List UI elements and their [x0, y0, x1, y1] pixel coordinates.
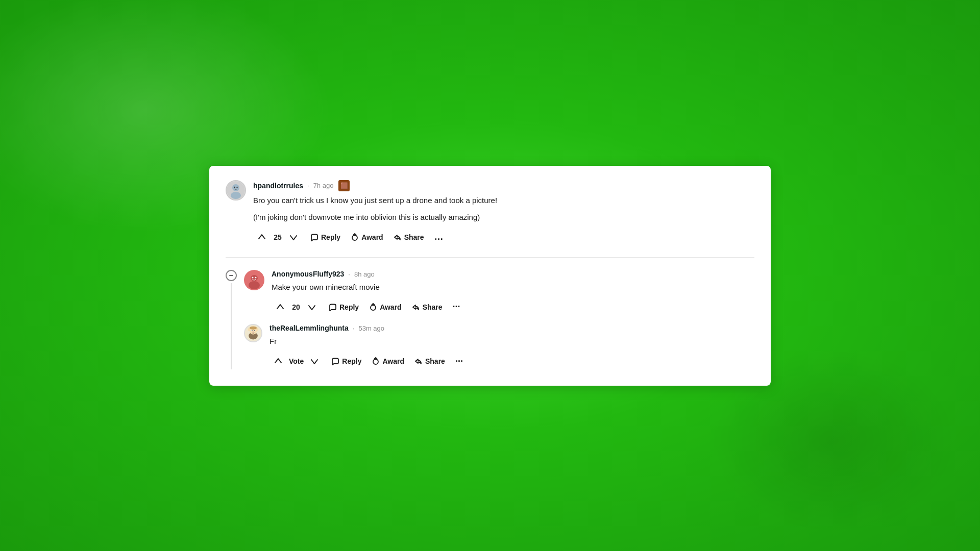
svg-point-9 [249, 281, 260, 289]
svg-point-12 [371, 305, 376, 310]
svg-point-10 [252, 277, 254, 279]
reply-button-reply-1[interactable]: Reply [327, 355, 365, 368]
svg-point-11 [255, 277, 257, 279]
timestamp-comment-1: 7h ago [313, 182, 334, 189]
svg-point-23 [250, 327, 257, 330]
reply-button-comment-1[interactable]: Reply [306, 231, 345, 244]
comments-card: hpandlotrrules · 7h ago 🟫 Bro you can't … [209, 166, 771, 386]
comment-1-meta: hpandlotrrules · 7h ago 🟫 [253, 180, 754, 191]
svg-point-5 [352, 235, 357, 240]
comment-1-body: hpandlotrrules · 7h ago 🟫 Bro you can't … [253, 180, 754, 245]
username-anonymousfluffy923: AnonymousFluffy923 [272, 270, 344, 278]
comment-2-actions: 20 Reply [272, 299, 754, 315]
avatar-hpandlotrrules [226, 180, 246, 201]
share-button-comment-1[interactable]: Share [389, 231, 428, 244]
comment-2: AnonymousFluffy923 · 8h ago Make your ow… [244, 270, 754, 315]
reply-1-text: Fr [270, 335, 754, 347]
award-button-comment-2[interactable]: Award [365, 300, 406, 314]
comment-2-text: Make your own minecraft movie [272, 281, 754, 293]
timestamp-reply-1: 53m ago [358, 324, 384, 332]
svg-point-21 [254, 330, 255, 331]
vote-section-comment-1: 25 [253, 230, 302, 244]
vote-section-comment-2: 20 [272, 300, 321, 314]
share-button-comment-2[interactable]: Share [408, 300, 447, 314]
downvote-button-reply-1[interactable] [306, 354, 323, 368]
vote-count-comment-1: 25 [273, 233, 283, 241]
avatar-anonymousfluffy923 [244, 270, 264, 290]
thread-line-col [226, 270, 237, 369]
downvote-button-comment-1[interactable] [285, 230, 302, 244]
separator-1 [226, 257, 754, 258]
svg-point-22 [252, 332, 254, 333]
upvote-button-comment-1[interactable] [253, 230, 271, 244]
svg-point-24 [373, 359, 378, 364]
upvote-button-comment-2[interactable] [272, 300, 289, 314]
reply-1-meta: theRealLemmlinghunta · 53m ago [270, 324, 754, 332]
username-thereallemmlinghunta: theRealLemmlinghunta [270, 324, 349, 332]
timestamp-comment-2: 8h ago [354, 270, 375, 278]
svg-point-3 [234, 186, 235, 187]
more-button-reply-1[interactable]: ··· [451, 354, 467, 369]
svg-point-2 [231, 192, 241, 199]
vote-count-comment-2: 20 [291, 303, 301, 311]
comment-2-meta: AnonymousFluffy923 · 8h ago [272, 270, 754, 278]
svg-point-20 [252, 330, 253, 331]
username-hpandlotrrules: hpandlotrrules [253, 182, 303, 190]
svg-point-4 [236, 186, 237, 187]
comment-1-text: Bro you can't trick us I know you just s… [253, 194, 754, 223]
upvote-button-reply-1[interactable] [270, 354, 287, 368]
comment-1-actions: 25 Reply [253, 229, 754, 245]
comment-2-body: AnonymousFluffy923 · 8h ago Make your ow… [272, 270, 754, 315]
comment-1: hpandlotrrules · 7h ago 🟫 Bro you can't … [226, 180, 754, 245]
comment-2-body-container: AnonymousFluffy923 · 8h ago Make your ow… [244, 270, 754, 369]
vote-section-reply-1: Vote [270, 354, 323, 368]
collapse-button-comment-2[interactable] [226, 270, 237, 281]
award-button-reply-1[interactable]: Award [368, 355, 408, 368]
reply-button-comment-2[interactable]: Reply [325, 300, 363, 314]
reply-1-actions: Vote Reply [270, 354, 754, 369]
award-button-comment-1[interactable]: Award [347, 231, 387, 244]
reply-1: theRealLemmlinghunta · 53m ago Fr [244, 324, 754, 369]
more-button-comment-1[interactable]: … [430, 229, 448, 245]
share-button-reply-1[interactable]: Share [410, 355, 449, 368]
reply-1-body: theRealLemmlinghunta · 53m ago Fr [270, 324, 754, 369]
avatar-thereallemmlinghunta [244, 324, 262, 342]
vote-label-reply-1: Vote [289, 357, 304, 365]
downvote-button-comment-2[interactable] [303, 300, 321, 314]
thread-line [231, 283, 232, 369]
award-badge-comment-1: 🟫 [338, 180, 350, 191]
svg-point-1 [232, 184, 239, 191]
comment-2-thread: AnonymousFluffy923 · 8h ago Make your ow… [226, 270, 754, 369]
more-button-comment-2[interactable]: ··· [449, 299, 464, 315]
